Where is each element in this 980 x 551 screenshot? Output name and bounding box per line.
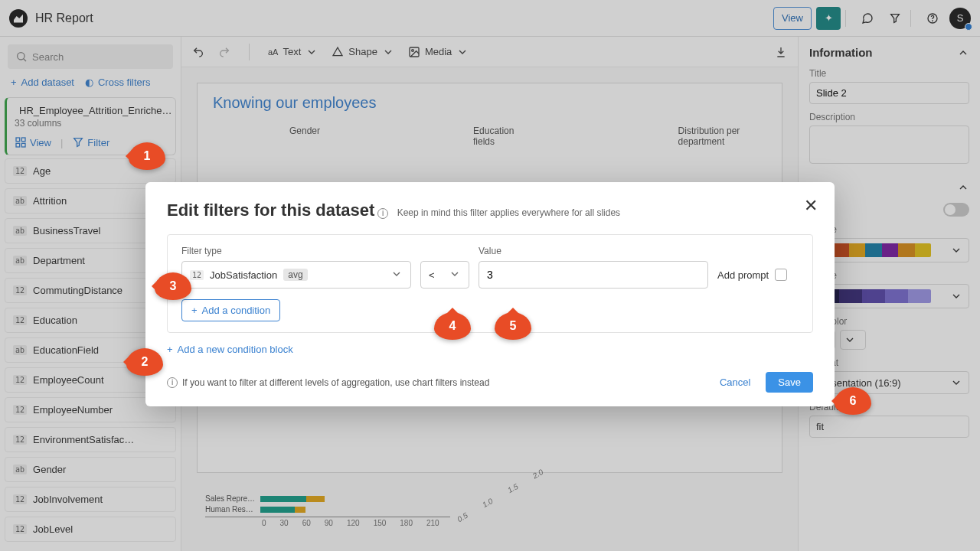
filter-type-select[interactable]: 12 JobSatisfaction avg	[181, 261, 411, 289]
callout-1: 1	[129, 142, 165, 170]
callout-3: 3	[155, 272, 191, 300]
cancel-button[interactable]: Cancel	[709, 372, 761, 393]
add-prompt-label: Add prompt	[717, 269, 769, 281]
callout-4: 4	[434, 312, 471, 340]
info-icon: i	[377, 208, 388, 219]
modal-title: Edit filters for this dataset	[167, 201, 374, 220]
callout-5: 5	[495, 312, 531, 340]
operator-select[interactable]: <	[420, 261, 469, 289]
info-icon: i	[167, 377, 178, 388]
close-button[interactable]: ✕	[804, 196, 818, 216]
save-button[interactable]: Save	[766, 372, 813, 393]
callout-2: 2	[126, 348, 163, 376]
callout-6: 6	[835, 387, 871, 415]
add-condition-button[interactable]: +Add a condition	[181, 299, 280, 321]
filter-modal: Edit filters for this dataset i Keep in …	[145, 182, 835, 406]
add-prompt-checkbox[interactable]	[775, 269, 787, 281]
add-condition-block-button[interactable]: +Add a new condition block	[167, 344, 293, 355]
modal-subtitle: Keep in mind this filter applies everywh…	[397, 207, 620, 218]
chevron-down-icon	[449, 268, 461, 280]
chevron-down-icon	[390, 268, 403, 280]
filter-block: Filter type 12 JobSatisfaction avg < Val…	[167, 234, 813, 333]
value-input[interactable]	[479, 261, 708, 289]
